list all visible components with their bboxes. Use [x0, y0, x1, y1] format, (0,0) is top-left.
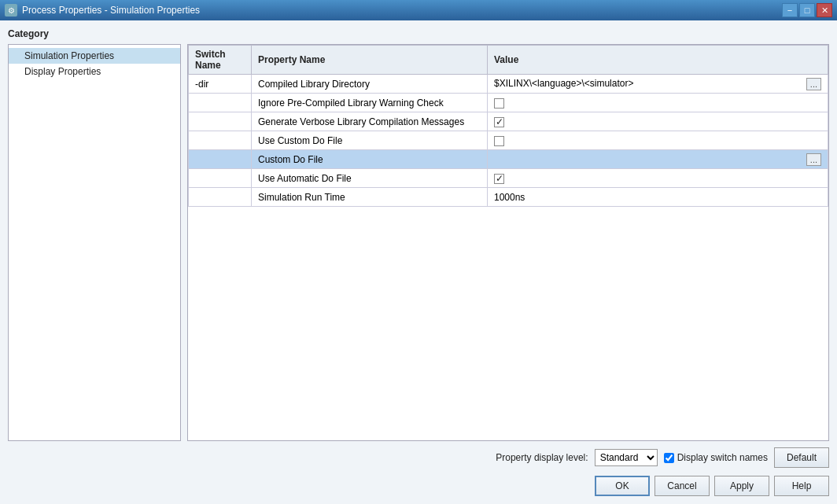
- main-layout: Simulation Properties Display Properties…: [8, 44, 829, 441]
- cell-property-name: Compiled Library Directory: [252, 75, 488, 94]
- property-checkbox[interactable]: [494, 117, 504, 127]
- cell-value[interactable]: 1000ns: [488, 188, 828, 207]
- display-level-select[interactable]: Standard Advanced: [595, 449, 658, 466]
- cell-property-name: Ignore Pre-Compiled Library Warning Chec…: [252, 94, 488, 112]
- cell-value[interactable]: $XILINX\<language>\<simulator>...: [488, 75, 828, 94]
- ok-button[interactable]: OK: [595, 476, 650, 496]
- cell-switch-name: [189, 131, 252, 150]
- browse-button[interactable]: ...: [806, 78, 821, 90]
- sidebar-item-display-properties[interactable]: Display Properties: [9, 64, 180, 79]
- table-row: -dirCompiled Library Directory$XILINX\<l…: [189, 75, 828, 94]
- cell-property-name: Simulation Run Time: [252, 188, 488, 207]
- table-row: Ignore Pre-Compiled Library Warning Chec…: [189, 94, 828, 112]
- col-header-value: Value: [488, 46, 828, 75]
- bottom-section: Property display level: Standard Advance…: [8, 447, 829, 496]
- cell-value[interactable]: [488, 131, 828, 150]
- property-text-value: 1000ns: [494, 192, 525, 203]
- cell-switch-name: -dir: [189, 75, 252, 94]
- default-button[interactable]: Default: [774, 447, 829, 468]
- close-button[interactable]: ✕: [817, 3, 832, 17]
- cell-switch-name: [189, 150, 252, 169]
- browse-button[interactable]: ...: [806, 153, 821, 166]
- display-switch-checkbox[interactable]: [664, 453, 674, 463]
- cell-property-name: Use Custom Do File: [252, 131, 488, 150]
- maximize-button[interactable]: □: [799, 3, 815, 17]
- cell-property-name: Custom Do File: [252, 150, 488, 169]
- property-checkbox[interactable]: [494, 136, 504, 146]
- table-row: Use Custom Do File: [189, 131, 828, 150]
- cell-value[interactable]: ...: [488, 150, 828, 169]
- cell-value[interactable]: [488, 94, 828, 112]
- apply-button[interactable]: Apply: [714, 476, 769, 496]
- cell-switch-name: [189, 112, 252, 131]
- table-row: Custom Do File...: [189, 150, 828, 169]
- display-level-row: Property display level: Standard Advance…: [8, 447, 829, 468]
- help-button[interactable]: Help: [774, 476, 829, 496]
- sidebar: Simulation Properties Display Properties: [8, 44, 181, 441]
- display-switch-text: Display switch names: [677, 452, 768, 463]
- window-controls: − □ ✕: [782, 3, 832, 17]
- table-row: Generate Verbose Library Compilation Mes…: [189, 112, 828, 131]
- col-header-property: Property Name: [252, 46, 488, 75]
- table-row: Simulation Run Time1000ns: [189, 188, 828, 207]
- property-checkbox[interactable]: [494, 174, 504, 184]
- cell-property-name: Use Automatic Do File: [252, 169, 488, 188]
- property-checkbox[interactable]: [494, 98, 504, 109]
- properties-area: Switch Name Property Name Value -dirComp…: [187, 44, 829, 441]
- property-text-value: $XILINX\<language>\<simulator>: [494, 78, 633, 89]
- cancel-button[interactable]: Cancel: [654, 476, 710, 496]
- cell-switch-name: [189, 188, 252, 207]
- cell-value[interactable]: [488, 169, 828, 188]
- cell-value[interactable]: [488, 112, 828, 131]
- cell-property-name: Generate Verbose Library Compilation Mes…: [252, 112, 488, 131]
- category-label: Category: [8, 28, 829, 39]
- table-row: Use Automatic Do File: [189, 169, 828, 188]
- window-title: Process Properties - Simulation Properti…: [22, 5, 200, 16]
- properties-table: Switch Name Property Name Value -dirComp…: [188, 45, 828, 207]
- cell-switch-name: [189, 94, 252, 112]
- app-icon: ⚙: [5, 4, 17, 17]
- cell-switch-name: [189, 169, 252, 188]
- col-header-switch: Switch Name: [189, 46, 252, 75]
- prop-display-label: Property display level:: [496, 452, 588, 463]
- button-row: OK Cancel Apply Help: [8, 476, 829, 496]
- title-bar: ⚙ Process Properties - Simulation Proper…: [0, 0, 837, 20]
- sidebar-item-simulation-properties[interactable]: Simulation Properties: [9, 48, 180, 64]
- display-switch-label[interactable]: Display switch names: [664, 452, 768, 463]
- minimize-button[interactable]: −: [782, 3, 798, 17]
- dialog-content: Category Simulation Properties Display P…: [0, 20, 837, 504]
